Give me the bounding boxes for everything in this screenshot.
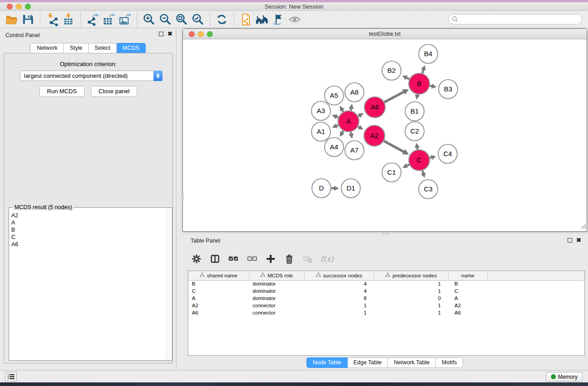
graph-node-C3[interactable]: C3 [419,180,438,199]
edge-B-B4[interactable] [422,69,424,73]
network-from-selection-icon[interactable] [238,12,254,27]
edge-A-A1[interactable] [336,125,339,126]
zoom-in-icon[interactable] [141,12,157,27]
cell-predecessor-nodes[interactable]: 1 [374,280,448,287]
edge-C-C3[interactable] [422,171,423,174]
cell-shared-name[interactable]: A6 [188,309,249,316]
graph-node-C4[interactable]: C4 [438,144,457,163]
cell-name[interactable]: A [448,295,488,302]
cell-predecessor-nodes[interactable]: 0 [374,295,448,302]
export-image-icon[interactable] [117,12,133,27]
edge-A-A6[interactable] [358,115,359,116]
criterion-dropdown[interactable]: largest connected component (directed) [20,71,163,81]
edge-A-A5[interactable] [342,110,344,112]
cell-predecessor-nodes[interactable]: 1 [374,309,448,316]
graph-node-C1[interactable]: C1 [382,163,401,182]
column-header-predecessor-nodes[interactable]: predecessor nodes [374,271,448,280]
cell-name[interactable]: C [448,287,488,295]
graph-node-B3[interactable]: B3 [439,80,458,99]
tab-style[interactable]: Style [64,43,89,53]
memory-button[interactable]: Memory [546,372,583,381]
cell-successor-nodes[interactable]: 1 [304,302,374,309]
edge-B-B3[interactable] [430,86,432,86]
export-network-icon[interactable] [84,12,100,27]
graph-node-A2[interactable]: A2 [364,125,385,146]
edge-A2-C[interactable] [384,141,404,152]
mcds-result-item[interactable]: A6 [11,241,166,248]
graph-node-D1[interactable]: D1 [341,179,360,198]
column-header-successor-nodes[interactable]: successor nodes [304,271,374,280]
cell-shared-name[interactable]: A [188,295,249,302]
edge-A-A2[interactable] [358,127,359,128]
cell-successor-nodes[interactable]: 4 [304,280,374,287]
show-graphics-details-icon[interactable] [287,12,303,27]
cell-shared-name[interactable]: C [188,287,249,295]
graph-node-D[interactable]: D [312,179,331,198]
zoom-out-icon[interactable] [157,12,173,27]
graph-node-C2[interactable]: C2 [405,122,424,141]
scrollbar-track[interactable] [166,208,172,360]
tab-motifs[interactable]: Motifs [436,357,463,368]
export-table-icon[interactable] [100,12,117,27]
show-columns-icon[interactable] [209,253,221,265]
close-panel-icon[interactable]: ✖ [576,238,581,243]
tab-edge-table[interactable]: Edge Table [348,357,388,368]
edge-A-A4[interactable] [342,131,344,133]
edge-C-C1[interactable] [406,165,409,166]
deselect-all-icon[interactable] [246,253,258,265]
cell-shared-name[interactable]: A2 [188,302,249,309]
cell-MCDS-role[interactable]: dominator [249,287,304,295]
zoom-fit-icon[interactable] [173,12,190,27]
open-session-icon[interactable] [4,12,20,27]
run-mcds-button[interactable]: Run MCDS [39,86,85,97]
graph-node-B1[interactable]: B1 [405,102,424,121]
graph-node-A[interactable]: A [338,111,359,132]
edge-A-A3[interactable] [336,117,339,118]
import-network-icon[interactable] [44,12,60,27]
edge-C-C4[interactable] [430,157,431,158]
splitter-handle[interactable] [182,194,184,201]
column-header-shared-name[interactable]: shared name [188,271,249,280]
table-settings-gear-icon[interactable] [191,253,202,265]
first-neighbors-icon[interactable] [254,12,270,27]
close-panel-button[interactable]: Close panel [91,86,138,97]
cell-predecessor-nodes[interactable]: 1 [374,287,448,295]
graph-node-B4[interactable]: B4 [419,44,438,63]
column-header-MCDS-role[interactable]: MCDS role [249,271,304,280]
select-all-icon[interactable] [228,253,239,265]
cell-name[interactable]: A2 [448,302,488,309]
splitter-handle[interactable] [382,232,389,234]
search-input[interactable] [448,14,582,24]
cell-MCDS-role[interactable]: dominator [249,295,304,302]
edge-C-C2[interactable] [417,148,418,150]
tab-mcds[interactable]: MCDS [117,43,146,53]
graph-node-B[interactable]: B [409,73,430,94]
table-row[interactable]: Cdominator41C [188,287,584,295]
hide-graphics-details-icon[interactable] [270,12,287,27]
mcds-result-item[interactable]: B [11,226,166,234]
mcds-result-item[interactable]: A [11,219,166,226]
tab-select[interactable]: Select [89,43,117,53]
delete-column-icon[interactable] [283,253,295,265]
add-column-icon[interactable] [265,253,277,265]
mcds-result-item[interactable]: C [11,234,166,241]
graph-node-A3[interactable]: A3 [311,101,330,120]
tab-network[interactable]: Network [30,43,64,53]
table-row[interactable]: Bdominator41B [188,280,584,287]
table-row[interactable]: A2connector11A2 [188,302,584,309]
table-row[interactable]: A6connector11A6 [188,309,584,316]
tab-node-table[interactable]: Node Table [306,357,348,368]
column-header-name[interactable]: name [448,271,488,280]
graph-node-A4[interactable]: A4 [325,138,344,157]
cell-MCDS-role[interactable]: connector [249,302,304,309]
graph-node-A6[interactable]: A6 [364,97,385,118]
cell-MCDS-role[interactable]: dominator [249,280,304,287]
graph-node-A8[interactable]: A8 [345,83,364,102]
mcds-result-item[interactable]: A2 [11,212,166,219]
network-window-titlebar[interactable]: testGlobe.txt [183,29,587,39]
save-session-icon[interactable] [20,12,36,27]
cell-successor-nodes[interactable]: 8 [304,295,374,302]
tab-network-table[interactable]: Network Table [388,357,436,368]
graph-node-C[interactable]: C [409,150,430,171]
graph-node-B2[interactable]: B2 [382,61,401,80]
